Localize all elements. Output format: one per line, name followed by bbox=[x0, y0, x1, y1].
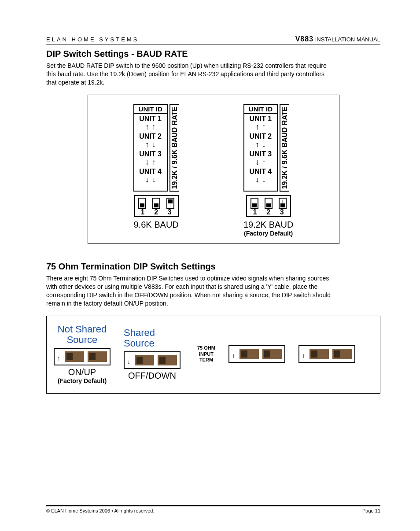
dip-switch-box-192k: ↓ 1 2 3 bbox=[246, 195, 291, 217]
footer-copyright: © ELAN Home Systems 2006 • All rights re… bbox=[46, 508, 155, 513]
baud-rate-side-label: 19.2K / 9.6K BAUD RATE bbox=[169, 104, 179, 192]
dip-diagram-frame: UNIT ID UNIT 1↑↑ UNIT 2↑↓ UNIT 3↓↑ UNIT … bbox=[88, 95, 339, 244]
arrow-up-icon: ↑ bbox=[145, 123, 149, 131]
dip-slot-1 bbox=[138, 198, 146, 209]
arrow-up-icon: ↑ bbox=[152, 123, 156, 131]
term-factory: (Factory Default) bbox=[54, 377, 111, 384]
unit-id-head: UNIT ID bbox=[134, 105, 167, 114]
dip-col-96k: UNIT ID UNIT 1↑↑ UNIT 2↑↓ UNIT 3↓↑ UNIT … bbox=[133, 104, 179, 237]
arrow-down-icon: ↓ bbox=[145, 176, 149, 184]
term-switch-off: ↓ bbox=[124, 351, 181, 369]
term-switch-extra-1: ↑ bbox=[228, 345, 285, 363]
dip-slot-1 bbox=[251, 198, 258, 209]
dip-caption-default: (Factory Default) bbox=[243, 230, 293, 237]
term-not-shared: Not Shared Source ↑ ON/UP (Factory Defau… bbox=[54, 324, 111, 384]
term-not-shared-title: Not Shared Source bbox=[54, 324, 111, 345]
footer-page-number: Page 11 bbox=[362, 508, 380, 513]
term-shared: Shared Source ↓ OFF/DOWN bbox=[124, 328, 181, 381]
arrow-down-icon: ↓ bbox=[152, 176, 156, 184]
unit-3: UNIT 3↓↑ bbox=[244, 149, 277, 167]
term-slot bbox=[332, 349, 352, 359]
term-label-75ohm: 75 OHM INPUT TERM bbox=[197, 345, 215, 363]
term-slot bbox=[158, 355, 177, 365]
term-off-down: OFF/DOWN bbox=[124, 371, 181, 381]
unit-1: UNIT 1↑↑ bbox=[134, 114, 167, 132]
arrow-down-icon: ↓ bbox=[262, 140, 266, 148]
dip-numbers: 1 2 3 bbox=[248, 208, 289, 216]
term-shared-title: Shared Source bbox=[124, 328, 181, 349]
arrow-down-icon: ↓ bbox=[152, 140, 156, 148]
arrow-up-icon: ↑ bbox=[232, 352, 235, 359]
arrow-up-icon: ↑ bbox=[57, 355, 60, 362]
term-slot bbox=[65, 351, 84, 362]
dip-numbers: 1 2 3 bbox=[136, 208, 177, 216]
arrow-down-icon: ↓ bbox=[262, 176, 266, 184]
unit-id-stack: UNIT ID UNIT 1↑↑ UNIT 2↑↓ UNIT 3↓↑ UNIT … bbox=[133, 104, 168, 192]
arrow-up-icon: ↑ bbox=[262, 158, 266, 166]
section-baud-title: DIP Switch Settings - BAUD RATE bbox=[46, 49, 380, 59]
dip-slot-2 bbox=[152, 198, 160, 209]
unit-id-stack: UNIT ID UNIT 1↑↑ UNIT 2↑↓ UNIT 3↓↑ UNIT … bbox=[243, 104, 278, 192]
term-slot bbox=[88, 351, 107, 362]
arrow-down-icon: ↓ bbox=[255, 158, 259, 166]
dip-slot-3: ↓ bbox=[279, 198, 287, 209]
arrow-up-icon: ↑ bbox=[255, 140, 259, 148]
term-slot bbox=[309, 349, 329, 359]
term-switch-extra-2: ↑ bbox=[298, 345, 355, 363]
dip-slot-3: ↑ bbox=[166, 198, 174, 209]
dip-body-96k: UNIT ID UNIT 1↑↑ UNIT 2↑↓ UNIT 3↓↑ UNIT … bbox=[133, 104, 179, 192]
unit-4: UNIT 4↓↓ bbox=[244, 167, 277, 184]
unit-4: UNIT 4↓↓ bbox=[134, 167, 167, 184]
arrow-down-icon: ↓ bbox=[127, 358, 130, 365]
header-left: ELAN HOME SYSTEMS bbox=[46, 36, 139, 43]
arrow-up-icon: ↑ bbox=[145, 140, 149, 148]
arrow-down-icon: ↓ bbox=[145, 158, 149, 166]
arrow-up-icon: ↑ bbox=[302, 352, 305, 359]
dip-body-192k: UNIT ID UNIT 1↑↑ UNIT 2↑↓ UNIT 3↓↑ UNIT … bbox=[243, 104, 293, 192]
arrow-up-icon: ↑ bbox=[152, 158, 156, 166]
footer-rule bbox=[46, 503, 380, 506]
arrow-down-icon: ↓ bbox=[255, 176, 259, 184]
section-term-title: 75 Ohm Termination DIP Switch Settings bbox=[46, 262, 380, 272]
dip-switch-box-96k: ↑ 1 2 3 bbox=[134, 195, 179, 217]
page-footer: © ELAN Home Systems 2006 • All rights re… bbox=[46, 503, 380, 513]
arrow-up-icon: ↑ bbox=[255, 123, 259, 131]
page: ELAN HOME SYSTEMS V883 INSTALLATION MANU… bbox=[0, 0, 420, 531]
arrow-up-icon: ↑ bbox=[262, 123, 266, 131]
section-term-body: There are eight 75 Ohm Termination DIP S… bbox=[46, 274, 332, 308]
term-slot bbox=[239, 349, 259, 359]
section-baud-body: Set the BAUD RATE DIP switch to the 9600… bbox=[46, 62, 332, 87]
unit-2: UNIT 2↑↓ bbox=[244, 132, 277, 149]
unit-1: UNIT 1↑↑ bbox=[244, 114, 277, 132]
term-switch-on: ↑ bbox=[54, 348, 111, 365]
term-slot bbox=[262, 349, 282, 359]
dip-caption-192k: 19.2K BAUD bbox=[243, 220, 293, 230]
term-slot bbox=[135, 355, 154, 365]
baud-rate-side-label: 19.2K / 9.6K BAUD RATE bbox=[280, 104, 289, 192]
header-product: V883 bbox=[295, 35, 313, 43]
arrow-up-icon: ↑ bbox=[167, 203, 173, 208]
dip-caption-96k: 9.6K BAUD bbox=[133, 220, 179, 230]
unit-id-head: UNIT ID bbox=[244, 105, 277, 114]
unit-2: UNIT 2↑↓ bbox=[134, 132, 167, 149]
dip-slot-2 bbox=[265, 198, 273, 209]
page-header: ELAN HOME SYSTEMS V883 INSTALLATION MANU… bbox=[46, 35, 380, 44]
term-diagram-frame: Not Shared Source ↑ ON/UP (Factory Defau… bbox=[46, 316, 380, 394]
arrow-down-icon: ↓ bbox=[280, 199, 286, 203]
header-right: V883 INSTALLATION MANUAL bbox=[295, 35, 380, 43]
term-on-up: ON/UP bbox=[54, 367, 111, 377]
dip-col-192k: UNIT ID UNIT 1↑↑ UNIT 2↑↓ UNIT 3↓↑ UNIT … bbox=[243, 104, 293, 237]
unit-3: UNIT 3↓↑ bbox=[134, 149, 167, 167]
header-manual: INSTALLATION MANUAL bbox=[313, 36, 380, 43]
